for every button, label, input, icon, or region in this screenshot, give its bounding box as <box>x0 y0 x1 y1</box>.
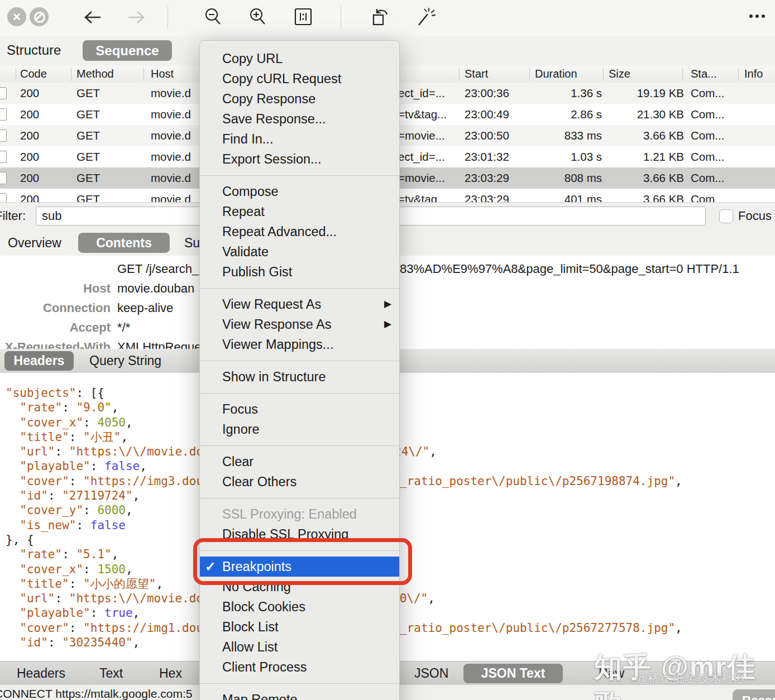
tab-sequence[interactable]: Sequence <box>83 40 172 61</box>
menu-item-publish-gist[interactable]: Publish Gist <box>200 262 399 282</box>
compose-wand-icon[interactable] <box>414 6 437 28</box>
tab-request-headers[interactable]: Headers <box>4 351 74 371</box>
zoom-in-icon[interactable] <box>248 7 269 28</box>
menu-item-clear[interactable]: Clear <box>200 452 399 472</box>
cell-dur: 1.03 s <box>535 150 602 164</box>
menu-item-repeat[interactable]: Repeat <box>200 202 399 222</box>
cell-code: 200 <box>20 108 39 121</box>
col-size[interactable]: Size <box>609 68 630 80</box>
menu-item-show-in-structure[interactable]: Show in Structure <box>200 367 399 387</box>
menu-item-block-cookies[interactable]: Block Cookies <box>200 597 399 617</box>
menu-item-clear-others[interactable]: Clear Others <box>200 472 399 492</box>
menu-item-label: Allow List <box>222 640 278 654</box>
menu-item-label: Copy cURL Request <box>222 71 341 86</box>
menu-item-label: Save Response... <box>222 112 326 126</box>
back-icon[interactable] <box>83 8 103 27</box>
menu-item-label: SSL Proxying: Enabled <box>222 507 357 521</box>
cell-query: =movie... <box>398 171 445 185</box>
menu-item-focus[interactable]: Focus <box>200 399 399 419</box>
watermark-secondary: @稀土掘金技术社区 <box>635 670 746 687</box>
menu-item-allow-list[interactable]: Allow List <box>200 637 399 657</box>
no-entry-icon[interactable] <box>30 7 49 26</box>
tab-structure[interactable]: Structure <box>7 42 61 58</box>
cell-host: movie.d <box>151 87 191 100</box>
annotation-red-box <box>193 538 412 585</box>
menu-item-compose[interactable]: Compose <box>200 181 399 202</box>
tab-query-string[interactable]: Query String <box>89 353 161 368</box>
cell-dur: 401 ms <box>535 193 602 202</box>
close-session-icon[interactable]: ✕ <box>7 7 26 26</box>
cell-start: 23:00:50 <box>465 129 509 142</box>
menu-item-copy-url[interactable]: Copy URL <box>200 49 399 69</box>
menu-item-label: View Response As <box>222 317 332 332</box>
forward-icon[interactable] <box>126 8 146 27</box>
col-status[interactable]: Sta... <box>691 68 717 80</box>
repeat-icon[interactable] <box>370 6 391 28</box>
cell-start: 23:00:36 <box>465 87 509 100</box>
col-method[interactable]: Method <box>76 68 114 80</box>
connect-line: CONNECT https://mtalk.google.com:5 <box>0 687 192 700</box>
tab-summary[interactable]: Su <box>184 236 200 251</box>
menu-item-export-session[interactable]: Export Session... <box>200 149 399 169</box>
menu-item-client-process[interactable]: Client Process <box>200 657 399 677</box>
submenu-arrow-icon: ▶ <box>384 294 391 314</box>
header-value: */* <box>117 318 130 337</box>
menu-item-repeat-advanced[interactable]: Repeat Advanced... <box>200 222 399 242</box>
menu-item-label: Ignore <box>222 422 260 437</box>
menu-item-label: Map Remote <box>222 692 298 700</box>
context-menu: Copy URLCopy cURL RequestCopy ResponseSa… <box>199 40 400 700</box>
menu-item-validate[interactable]: Validate <box>200 242 399 262</box>
cell-host: movie.d <box>151 193 191 202</box>
menu-item-label: Copy Response <box>222 92 315 106</box>
col-info[interactable]: Info <box>744 68 763 80</box>
menu-item-viewer-mappings[interactable]: Viewer Mappings... <box>200 334 399 354</box>
menu-item-copy-response[interactable]: Copy Response <box>200 89 399 109</box>
col-code[interactable]: Code <box>20 68 47 80</box>
document-icon <box>0 87 7 99</box>
menu-item-block-list[interactable]: Block List <box>200 617 399 637</box>
tab-contents[interactable]: Contents <box>78 233 170 253</box>
menu-item-label: Validate <box>222 244 269 259</box>
col-host[interactable]: Host <box>151 68 174 80</box>
menu-separator <box>200 387 399 399</box>
menu-item-find-in[interactable]: Find In... <box>200 129 399 149</box>
cell-query: ect_id=... <box>398 87 445 100</box>
col-start[interactable]: Start <box>465 68 488 80</box>
menu-item-copy-curl-request[interactable]: Copy cURL Request <box>200 69 399 89</box>
menu-item-save-response[interactable]: Save Response... <box>200 109 399 129</box>
zoom-out-icon[interactable] <box>203 7 224 28</box>
cell-query: =movie... <box>398 129 445 142</box>
cell-dur: 2.86 s <box>535 108 602 121</box>
cell-host: movie.d <box>151 108 191 121</box>
menu-item-ignore[interactable]: Ignore <box>200 419 399 439</box>
toolbar-divider <box>168 6 168 28</box>
tab-overview[interactable]: Overview <box>8 236 61 251</box>
menu-item-map-remote[interactable]: Map Remote <box>200 689 399 700</box>
menu-item-label: Repeat Advanced... <box>222 224 337 239</box>
menu-item-view-request-as[interactable]: View Request As▶ <box>200 294 399 314</box>
menu-separator <box>200 439 399 452</box>
request-line-right: 83%AD%E9%97%A8&page_limit=50&page_start=… <box>400 259 739 279</box>
toolbar: ✕ <box>0 0 775 36</box>
cell-start: 23:03:29 <box>465 193 509 202</box>
cell-size: 3.66 KB <box>609 193 684 202</box>
tab-response-json-text[interactable]: JSON Text <box>463 664 563 683</box>
tab-response-json[interactable]: JSON <box>414 666 448 681</box>
cell-code: 200 <box>20 193 39 202</box>
tab-response-text[interactable]: Text <box>99 666 123 681</box>
cell-start: 23:01:32 <box>465 150 509 164</box>
cell-code: 200 <box>20 87 39 100</box>
menu-item-label: Compose <box>222 184 279 199</box>
submenu-arrow-icon: ▶ <box>384 314 391 334</box>
menu-separator <box>200 169 399 181</box>
breakpoints-panel-icon[interactable] <box>294 7 313 26</box>
header-value: movie.douban <box>117 279 194 298</box>
menu-item-view-response-as[interactable]: View Response As▶ <box>200 314 399 334</box>
tab-response-headers[interactable]: Headers <box>17 666 65 681</box>
tab-response-hex[interactable]: Hex <box>159 666 182 681</box>
cell-code: 200 <box>20 129 39 142</box>
cell-size: 1.21 KB <box>609 150 684 164</box>
col-duration[interactable]: Duration <box>535 68 577 80</box>
focus-checkbox[interactable] <box>719 209 733 223</box>
more-icon[interactable] <box>749 15 765 18</box>
